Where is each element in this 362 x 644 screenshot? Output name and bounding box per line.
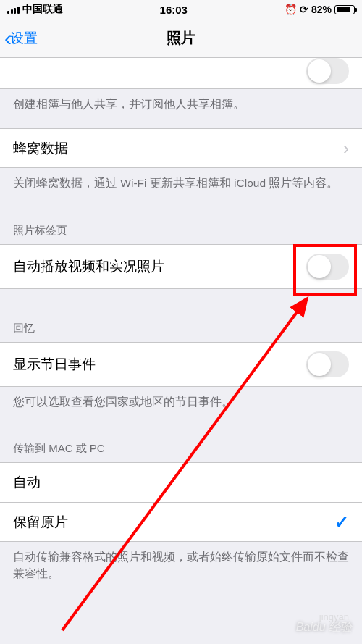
cellular-data-cell[interactable]: 蜂窝数据 ›	[0, 128, 362, 168]
alarm-icon: ⏰	[285, 4, 297, 15]
photos-tab-header: 照片标签页	[0, 208, 362, 244]
back-button[interactable]: ‹ 设置	[0, 28, 38, 49]
page-title: 照片	[0, 28, 362, 48]
autoplay-label: 自动播放视频和实况照片	[13, 257, 164, 276]
transfer-keep-originals-label: 保留原片	[13, 513, 68, 532]
holiday-events-cell[interactable]: 显示节日事件	[0, 342, 362, 387]
status-right: ⏰ ⟳ 82%	[285, 4, 355, 15]
transfer-auto-label: 自动	[13, 473, 41, 492]
carrier-label: 中国联通	[22, 3, 63, 16]
autoplay-toggle[interactable]	[306, 254, 349, 280]
transfer-auto-cell[interactable]: 自动	[0, 462, 362, 502]
signal-icon	[7, 5, 20, 14]
nav-bar: ‹ 设置 照片	[0, 19, 362, 58]
shared-albums-toggle-cell[interactable]	[0, 58, 362, 89]
battery-percent: 82%	[311, 4, 332, 15]
status-left: 中国联通	[7, 3, 63, 16]
transfer-footer: 自动传输兼容格式的照片和视频，或者始终传输原始文件而不检查兼容性。	[0, 542, 362, 587]
watermark-brand: Baidu 经验	[296, 620, 352, 635]
cellular-data-footer: 关闭蜂窝数据，通过 Wi-Fi 更新共享相簿和 iCloud 照片等内容。	[0, 168, 362, 207]
back-button-label: 设置	[10, 29, 38, 48]
battery-icon	[334, 5, 355, 14]
memories-footer: 您可以选取查看您国家或地区的节日事件。	[0, 387, 362, 426]
status-bar: 中国联通 16:03 ⏰ ⟳ 82%	[0, 0, 362, 19]
holiday-events-toggle[interactable]	[306, 351, 349, 377]
orientation-lock-icon: ⟳	[300, 4, 308, 15]
clock: 16:03	[160, 4, 188, 16]
cellular-data-label: 蜂窝数据	[13, 139, 68, 158]
memories-header: 回忆	[0, 289, 362, 342]
shared-albums-footer: 创建相簿与他人共享，并订阅他人共享相簿。	[0, 89, 362, 128]
holiday-events-label: 显示节日事件	[13, 355, 96, 374]
chevron-right-icon: ›	[343, 138, 349, 159]
watermark-sub: jingyan	[319, 611, 349, 622]
transfer-header: 传输到 MAC 或 PC	[0, 426, 362, 462]
toggle-switch[interactable]	[306, 58, 349, 84]
checkmark-icon: ✓	[334, 512, 349, 532]
autoplay-cell[interactable]: 自动播放视频和实况照片	[0, 244, 362, 289]
transfer-keep-originals-cell[interactable]: 保留原片 ✓	[0, 502, 362, 542]
